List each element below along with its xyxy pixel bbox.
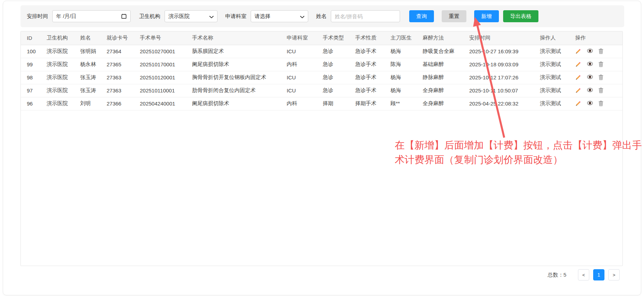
cell-name: 刘明 [80,97,107,110]
chevron-down-icon [300,13,304,19]
cell-operations [575,84,622,97]
cell-dept: ICU [287,45,323,58]
cell-card_no: 27363 [107,84,140,97]
header-cell-13: 操作 [575,31,622,45]
cell-card_no: 27365 [107,58,140,71]
query-button[interactable]: 查询 [409,10,434,22]
cell-time: 2025-10-18 09:03:09 [469,58,540,71]
pencil-icon[interactable] [575,74,582,81]
pencil-icon[interactable] [575,61,582,68]
org-select[interactable]: 演示医院 [165,10,217,22]
header-cell-0: ID [21,31,47,45]
cell-dept: 内科 [287,97,323,110]
header-cell-9: 主刀医生 [390,31,423,45]
cell-org: 演示医院 [47,71,80,84]
next-page-button[interactable]: > [608,269,620,280]
eye-icon[interactable] [587,87,593,94]
cell-org: 演示医院 [47,45,80,58]
cell-type: 急诊 [323,58,355,71]
annotation-text: 在【新增】后面增加【计费】按钮，点击【计费】弹出手术计费界面（复制门诊划价界面改… [395,138,644,167]
cell-type: 急诊 [323,71,355,84]
trash-icon[interactable] [598,74,605,81]
cell-time: 2025-10-27 16:09:39 [469,45,540,58]
cell-org: 演示医院 [47,58,80,71]
cell-id: 97 [21,84,47,97]
pagination: 总数：5 < 1 > [548,269,620,280]
total-count: 总数：5 [548,272,566,278]
header-cell-4: 手术单号 [140,31,192,45]
cell-surgeon: 杨海 [390,84,423,97]
cell-surgery: 肠系膜固定术 [192,45,287,58]
pencil-icon[interactable] [575,48,582,55]
reset-button[interactable]: 重置 [442,10,466,22]
cell-card_no: 27363 [107,71,140,84]
cell-dept: ICU [287,71,323,84]
header-cell-8: 手术性质 [355,31,390,45]
trash-icon[interactable] [598,61,605,68]
cell-surgeon: 陈海 [390,58,423,71]
header-cell-3: 就诊卡号 [107,31,140,45]
add-button[interactable]: 新增 [474,10,499,22]
prev-page-button[interactable]: < [578,269,589,280]
eye-icon[interactable] [587,74,593,81]
cell-name: 杨永林 [80,58,107,71]
cell-anesthesia: 静吸复合全麻 [423,45,469,58]
table-row: 97演示医院张玉涛27363202510110001肋骨骨折闭合复位内固定术IC… [21,84,622,97]
org-label: 卫生机构 [139,13,160,20]
date-placeholder: 年 /月/日 [56,13,77,20]
cell-order_no: 202510170001 [140,58,192,71]
pencil-icon[interactable] [575,87,582,94]
header-cell-6: 申请科室 [287,31,323,45]
pencil-icon[interactable] [575,101,582,107]
cell-nature: 急诊手术 [355,84,390,97]
eye-icon[interactable] [587,48,593,55]
cell-time: 2025-10-11 10:50:07 [469,84,540,97]
calendar-icon [121,13,127,19]
cell-operator: 演示测试 [540,58,575,71]
dept-label: 申请科室 [225,13,246,20]
org-select-value: 演示医院 [168,13,190,20]
trash-icon[interactable] [598,48,605,55]
cell-card_no: 27366 [107,97,140,110]
cell-time: 2025-04-25 22:08:32 [469,97,540,110]
cell-type: 急诊 [323,84,355,97]
cell-operator: 演示测试 [540,45,575,58]
trash-icon[interactable] [598,101,605,107]
cell-anesthesia: 全身麻醉 [423,84,469,97]
trash-icon[interactable] [598,87,605,94]
name-input[interactable] [331,10,400,22]
cell-type: 急诊 [323,45,355,58]
cell-anesthesia: 基础麻醉 [423,58,469,71]
cell-org: 演示医院 [47,97,80,110]
cell-order_no: 202510270001 [140,45,192,58]
eye-icon[interactable] [587,61,593,68]
chevron-down-icon [209,13,214,19]
cell-surgery: 阑尾病损切除术 [192,58,287,71]
filter-bar: 安排时间 年 /月/日 卫生机构 演示医院 申请科室 请选择 姓名 查询 重置 … [20,5,624,27]
cell-operations [575,58,622,71]
cell-surgery: 肋骨骨折闭合复位内固定术 [192,84,287,97]
header-cell-11: 安排时间 [469,31,540,45]
table-body: 100演示医院张明娟27364202510270001肠系膜固定术ICU急诊急诊… [21,45,622,110]
cell-operator: 演示测试 [540,71,575,84]
cell-order_no: 202510110001 [140,84,192,97]
cell-order_no: 202504240001 [140,97,192,110]
table-row: 100演示医院张明娟27364202510270001肠系膜固定术ICU急诊急诊… [21,45,622,58]
export-button[interactable]: 导出表格 [503,10,538,22]
dept-select[interactable]: 请选择 [251,10,308,22]
cell-surgery: 胸骨骨折切开复位钢板内固定术 [192,71,287,84]
cell-surgeon: 杨海 [390,71,423,84]
table-row: 96演示医院刘明27366202504240001阑尾病损切除术内科择期择期手术… [21,97,622,110]
cell-nature: 急诊手术 [355,45,390,58]
cell-surgery: 阑尾病损切除术 [192,97,287,110]
current-page-button[interactable]: 1 [593,269,604,280]
header-cell-5: 手术名称 [192,31,287,45]
schedule-date-input[interactable]: 年 /月/日 [52,10,131,22]
cell-operator: 演示测试 [540,97,575,110]
cell-nature: 急诊手术 [355,58,390,71]
header-cell-1: 卫生机构 [47,31,80,45]
table-row: 99演示医院杨永林27365202510170001阑尾病损切除术内科急诊急诊手… [21,58,622,71]
eye-icon[interactable] [587,101,593,107]
cell-org: 演示医院 [47,84,80,97]
cell-name: 张玉涛 [80,84,107,97]
